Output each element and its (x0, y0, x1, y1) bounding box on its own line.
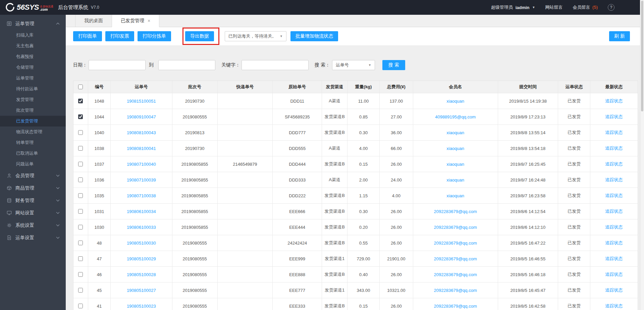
track-status-link[interactable]: 追踪状态 (605, 145, 623, 151)
row-checkbox[interactable] (78, 225, 83, 229)
member-link[interactable]: xiaoquan (446, 146, 464, 151)
waybill-link[interactable]: 190805100028 (127, 272, 156, 277)
waybill-link[interactable]: 190807100038 (127, 193, 156, 198)
sidebar-item-运单管理[interactable]: 运单管理 (0, 73, 66, 84)
sidebar-item-包裹预报[interactable]: 包裹预报 (0, 51, 66, 62)
track-status-link[interactable]: 追踪状态 (605, 130, 623, 136)
track-status-link[interactable]: 追踪状态 (605, 224, 623, 230)
waybill-link[interactable]: 190805100023 (127, 304, 156, 309)
track-status-link[interactable]: 追踪状态 (605, 114, 623, 120)
export-data-button[interactable]: 导出数据 (185, 31, 214, 41)
row-checkbox[interactable] (78, 130, 83, 135)
waybill-link[interactable]: 190807100040 (127, 162, 156, 167)
row-checkbox[interactable] (78, 177, 83, 182)
sidebar-item-问题运单[interactable]: 问题运单 (0, 159, 66, 169)
row-checkbox[interactable] (78, 304, 83, 308)
member-link[interactable]: xiaoquan (446, 193, 464, 198)
sidebar-item-批次管理[interactable]: 批次管理 (0, 105, 66, 116)
waybill-link[interactable]: 190815100051 (127, 99, 156, 104)
row-checkbox[interactable] (78, 114, 83, 119)
logistics-status-select[interactable]: 已到达海关，等待清关。 ▼ (225, 31, 286, 41)
cell-time: 2019/8/7 16:23:58 (498, 188, 558, 204)
sidebar-group-财务管理[interactable]: 财务管理 (0, 194, 66, 207)
track-status-link[interactable]: 追踪状态 (605, 177, 623, 183)
row-checkbox[interactable] (78, 272, 83, 277)
sidebar-group-系统设置[interactable]: 系统设置 (0, 219, 66, 231)
member-messages-link[interactable]: 会员留言 (5) (573, 4, 598, 10)
waybill-link[interactable]: 190805100029 (127, 256, 156, 261)
help-icon[interactable]: ? (608, 4, 614, 11)
row-checkbox[interactable] (78, 241, 83, 245)
track-status-link[interactable]: 追踪状态 (605, 271, 623, 277)
print-invoice-button[interactable]: 打印发票 (105, 31, 134, 41)
member-link[interactable]: 2092283679@qq.com (434, 209, 477, 214)
track-status-link[interactable]: 追踪状态 (605, 208, 623, 214)
site-messages-link[interactable]: 网站留言 (545, 4, 562, 10)
sidebar-group-运单设置[interactable]: 运单设置 (0, 231, 66, 244)
print-label-button[interactable]: 打印面单 (73, 31, 102, 41)
sidebar-item-仓储管理[interactable]: 仓储管理 (0, 62, 66, 73)
track-status-link[interactable]: 追踪状态 (605, 287, 623, 293)
waybill-link[interactable]: 190805100030 (127, 241, 156, 246)
sidebar-item-待付款运单[interactable]: 待付款运单 (0, 84, 66, 94)
member-link[interactable]: xiaoquan (446, 130, 464, 135)
date-from-input[interactable] (89, 60, 146, 70)
member-link[interactable]: 2092283679@qq.com (434, 304, 477, 309)
track-status-link[interactable]: 追踪状态 (605, 303, 623, 309)
close-icon[interactable]: × (148, 18, 150, 23)
tab-shipped-management[interactable]: 已发货管理 × (112, 15, 159, 27)
member-link[interactable]: 2092283679@qq.com (434, 241, 477, 246)
waybill-link[interactable]: 190808100041 (127, 146, 156, 151)
sidebar-item-扫描入库[interactable]: 扫描入库 (0, 30, 66, 41)
row-checkbox[interactable] (78, 162, 83, 166)
row-checkbox[interactable] (78, 256, 83, 261)
table-row: 461908051000282019080555EEE888发货渠道B0.402… (73, 267, 638, 282)
member-link[interactable]: xiaoquan (446, 99, 464, 104)
member-link[interactable]: xiaoquan (446, 177, 464, 183)
sidebar-item-物流状态管理[interactable]: 物流状态管理 (0, 126, 66, 137)
member-link[interactable]: xiaoquan (446, 162, 464, 167)
row-checkbox[interactable] (78, 99, 83, 103)
refresh-button[interactable]: 刷 新 (609, 31, 630, 41)
member-link[interactable]: 2092283679@qq.com (434, 288, 477, 293)
search-button[interactable]: 搜 索 (382, 60, 405, 70)
waybill-link[interactable]: 190805100027 (127, 288, 156, 293)
row-checkbox[interactable] (78, 193, 83, 198)
track-status-link[interactable]: 追踪状态 (605, 256, 623, 262)
member-link[interactable]: 2092283679@qq.com (434, 225, 477, 230)
member-link[interactable]: 2092283679@qq.com (434, 272, 477, 277)
waybill-link[interactable]: 190806100034 (127, 209, 156, 214)
sidebar-item-发货管理[interactable]: 发货管理 (0, 94, 66, 105)
tab-my-desktop[interactable]: 我的桌面 (75, 15, 112, 27)
batch-add-status-button[interactable]: 批量增加物流状态 (290, 31, 338, 41)
track-status-link[interactable]: 追踪状态 (605, 240, 623, 246)
user-menu[interactable]: 超级管理员 iadmin ▼ (491, 4, 535, 10)
sidebar-item-已发货管理[interactable]: 已发货管理 (0, 116, 66, 126)
sidebar-group-运单管理[interactable]: 运单管理 (0, 17, 66, 30)
date-to-input[interactable] (158, 60, 215, 70)
member-link[interactable]: 2092283679@qq.com (434, 256, 477, 261)
sidebar-item-无主包裹[interactable]: 无主包裹 (0, 41, 66, 51)
select-all-checkbox[interactable] (78, 85, 83, 89)
scrollbar-thumb[interactable] (641, 1, 643, 111)
row-checkbox[interactable] (78, 288, 83, 293)
sidebar-group-网站设置[interactable]: 网站设置 (0, 207, 66, 219)
sidebar-group-商品管理[interactable]: 商品管理 (0, 182, 66, 194)
track-status-link[interactable]: 追踪状态 (605, 193, 623, 199)
print-sorting-button[interactable]: 打印分拣单 (138, 31, 171, 41)
sidebar-item-已取消运单[interactable]: 已取消运单 (0, 148, 66, 159)
keyword-input[interactable] (241, 60, 309, 70)
waybill-link[interactable]: 190807100039 (127, 177, 156, 183)
row-checkbox[interactable] (78, 209, 83, 214)
track-status-link[interactable]: 追踪状态 (605, 98, 623, 104)
member-link[interactable]: 409889195@qq.com (435, 114, 476, 119)
row-checkbox[interactable] (78, 146, 83, 151)
sidebar-item-转单管理[interactable]: 转单管理 (0, 137, 66, 148)
waybill-link[interactable]: 190806100033 (127, 225, 156, 230)
track-status-link[interactable]: 追踪状态 (605, 161, 623, 167)
sidebar-group-会员管理[interactable]: 会员管理 (0, 169, 66, 182)
search-by-select[interactable]: 运单号 ▼ (332, 60, 375, 70)
waybill-link[interactable]: 190809100047 (127, 114, 156, 119)
waybill-link[interactable]: 190808100043 (127, 130, 156, 135)
page-scrollbar[interactable] (640, 0, 644, 310)
